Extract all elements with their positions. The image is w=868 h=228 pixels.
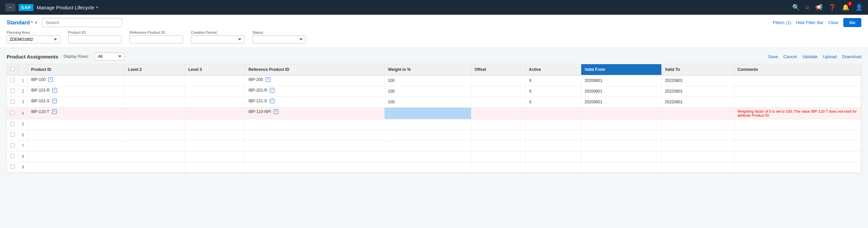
ref-product-id-navigate-icon[interactable] [274, 109, 278, 114]
ref-product-id-value: IBP-201-R [248, 88, 267, 93]
product-id-col-header[interactable]: Product ID [28, 64, 125, 75]
ref-product-id-navigate-icon[interactable] [266, 77, 271, 82]
level2-cell [125, 130, 185, 140]
row-checkbox-cell [7, 162, 18, 172]
product-id-navigate-icon[interactable] [48, 77, 53, 82]
row-checkbox-cell [7, 96, 18, 107]
row-checkbox[interactable] [10, 111, 15, 115]
comments-cell: Weighting factor of 0 is set to 100.;The… [734, 107, 861, 119]
weight-col-header[interactable]: Weight in % [384, 64, 471, 75]
variant-label[interactable]: Standard * ▼ [7, 20, 38, 26]
valid-to-cell: 20220801 [661, 96, 734, 107]
valid-to-cell [661, 130, 734, 140]
filters-button[interactable]: Filters (1) [773, 20, 791, 25]
ref-product-id-navigate-icon[interactable] [270, 88, 274, 93]
help-icon[interactable]: ❓ [829, 4, 836, 11]
row-number: 3 [18, 96, 28, 107]
valid-from-cell [581, 151, 661, 162]
product-id-cell: IBP-101-S [28, 97, 125, 105]
table-row: 5 [7, 119, 861, 130]
product-id-navigate-icon[interactable] [52, 109, 57, 114]
level2-cell [125, 140, 185, 151]
planning-area-select[interactable]: ZDEMO1802 [7, 35, 60, 44]
content-area: Product Assignments Display Rows: All Sa… [0, 48, 868, 178]
product-id-cell [28, 119, 125, 123]
offset-cell [471, 151, 525, 162]
level3-cell [185, 140, 245, 151]
ref-product-id-cell [245, 141, 384, 144]
weight-cell: 100 [384, 75, 471, 86]
row-checkbox[interactable] [10, 122, 15, 126]
active-cell [525, 107, 581, 119]
level3-col-header[interactable]: Level 3 [185, 64, 245, 75]
valid-from-col-header[interactable]: Valid From [581, 64, 661, 75]
level2-cell [125, 162, 185, 172]
upload-button[interactable]: Upload [823, 54, 837, 59]
variant-dropdown-icon[interactable]: ▼ [34, 20, 38, 25]
product-id-input[interactable] [68, 35, 122, 44]
level3-cell [185, 162, 245, 172]
save-button[interactable]: Save [768, 54, 778, 59]
valid-to-cell [661, 151, 734, 162]
table-row: 2IBP-101-RIBP-201-R100X2020080120220801 [7, 86, 861, 96]
sap-logo: SAP [19, 4, 33, 11]
valid-from-cell [581, 162, 661, 172]
offset-col-header[interactable]: Offset [471, 64, 525, 75]
row-checkbox-cell [7, 130, 18, 140]
go-button[interactable]: Go [843, 18, 861, 27]
ref-product-id-navigate-icon[interactable] [270, 98, 274, 103]
comments-col-header[interactable]: Comments [734, 64, 861, 75]
top-navigation: ← SAP Manage Product Lifecycle ▾ 🔍 ○ 📢 ❓… [0, 0, 868, 15]
row-checkbox-cell [7, 119, 18, 130]
announce-icon[interactable]: 📢 [815, 4, 823, 11]
row-checkbox[interactable] [10, 78, 15, 82]
select-all-header[interactable] [7, 64, 18, 75]
product-assignments-table-container: Product ID Level 2 Level 3 Reference Pro… [7, 64, 861, 173]
active-cell [525, 119, 581, 130]
level2-cell [125, 151, 185, 162]
ref-product-id-input[interactable] [129, 35, 183, 44]
row-checkbox[interactable] [10, 143, 15, 147]
back-button[interactable]: ← [5, 3, 16, 11]
product-id-navigate-icon[interactable] [52, 98, 57, 103]
world-icon[interactable]: ○ [806, 4, 809, 11]
search-input[interactable] [42, 18, 122, 27]
download-button[interactable]: Download [842, 54, 861, 59]
select-all-checkbox[interactable] [10, 67, 15, 71]
user-icon[interactable]: 👤 [855, 4, 863, 11]
weight-cell [384, 107, 471, 119]
status-select[interactable] [252, 35, 306, 44]
active-col-header[interactable]: Active [525, 64, 581, 75]
ref-product-id-value: IBP-200 [248, 77, 263, 82]
display-rows-select[interactable]: All [94, 53, 125, 60]
row-number: 8 [18, 151, 28, 162]
row-checkbox[interactable] [10, 154, 15, 158]
offset-cell [471, 96, 525, 107]
ref-product-id-value: IBP-121-S [248, 98, 267, 103]
level2-col-header[interactable]: Level 2 [125, 64, 185, 75]
valid-to-col-header[interactable]: Valid To [661, 64, 734, 75]
level3-cell [185, 151, 245, 162]
offset-cell [471, 140, 525, 151]
valid-to-cell [661, 162, 734, 172]
row-number: 6 [18, 130, 28, 140]
level2-cell [125, 86, 185, 96]
creation-period-select[interactable] [191, 35, 244, 44]
search-icon[interactable]: 🔍 [792, 4, 800, 11]
cancel-button[interactable]: Cancel [783, 54, 797, 59]
comments-cell [734, 75, 861, 86]
level3-cell [185, 75, 245, 86]
row-checkbox[interactable] [10, 99, 15, 104]
product-id-navigate-icon[interactable] [53, 88, 57, 93]
row-checkbox[interactable] [10, 89, 15, 93]
validate-button[interactable]: Validate [802, 54, 817, 59]
ref-product-id-col-header[interactable]: Reference Product ID [245, 64, 384, 75]
variant-asterisk: * [31, 20, 33, 25]
hide-filter-bar-button[interactable]: Hide Filter Bar [796, 20, 824, 25]
row-checkbox[interactable] [10, 165, 15, 169]
active-cell: X [525, 86, 581, 96]
row-checkbox[interactable] [10, 133, 15, 137]
notification-bell[interactable]: 🔔 7 [842, 4, 849, 11]
clear-button[interactable]: Clear [828, 20, 839, 25]
title-dropdown-icon[interactable]: ▾ [96, 5, 98, 10]
